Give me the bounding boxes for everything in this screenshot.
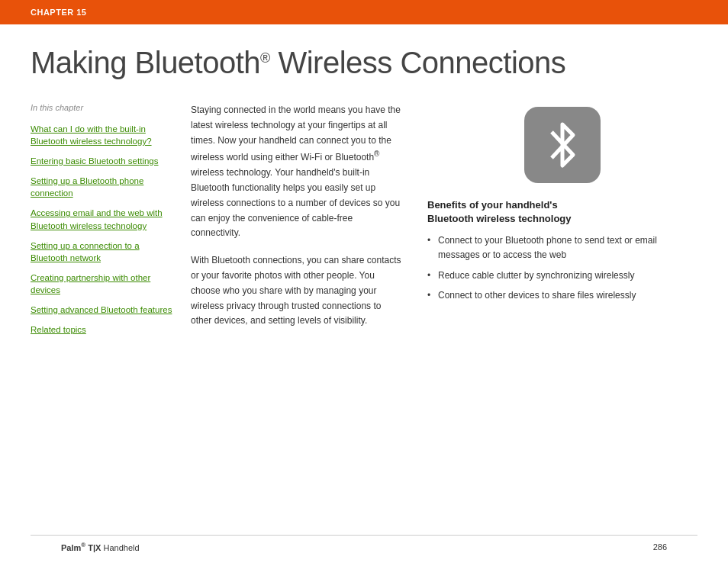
page-title: Making Bluetooth® Wireless Connections (31, 46, 697, 80)
sidebar-link-advanced[interactable]: Setting advanced Bluetooth features (31, 304, 176, 316)
benefits-title: Benefits of your handheld'sBluetooth wir… (427, 198, 697, 226)
body-paragraph-2: With Bluetooth connections, you can shar… (191, 253, 404, 329)
body-paragraph-1: Staying connected in the world means you… (191, 103, 404, 241)
content-area: In this chapter What can I do with the b… (31, 103, 697, 343)
sidebar-link-what-can[interactable]: What can I do with the built-in Bluetoot… (31, 123, 176, 147)
sidebar-link-partnership[interactable]: Creating partnership with other devices (31, 272, 176, 296)
sidebar-heading: In this chapter (31, 103, 176, 112)
sidebar-link-phone[interactable]: Setting up a Bluetooth phone connection (31, 175, 176, 199)
bluetooth-icon (524, 107, 601, 183)
bluetooth-svg (541, 118, 584, 172)
main-content: Making Bluetooth® Wireless Connections I… (0, 46, 728, 359)
sidebar-link-entering[interactable]: Entering basic Bluetooth settings (31, 155, 176, 167)
benefit-item-2: Reduce cable clutter by synchronizing wi… (427, 269, 697, 283)
middle-column: Staying connected in the world means you… (191, 103, 427, 343)
footer: Palm® T|X Handheld 286 (31, 535, 697, 552)
benefit-item-1: Connect to your Bluetooth phone to send … (427, 233, 697, 262)
sidebar-link-related[interactable]: Related topics (31, 323, 176, 336)
chapter-label: CHAPTER 15 (31, 8, 86, 17)
chapter-bar: CHAPTER 15 (0, 0, 728, 24)
footer-page-number: 286 (653, 542, 667, 552)
sidebar-link-network[interactable]: Setting up a connection to a Bluetooth n… (31, 240, 176, 264)
footer-brand: Palm® T|X Handheld (61, 542, 140, 552)
right-column: Benefits of your handheld'sBluetooth wir… (427, 103, 697, 343)
benefits-list: Connect to your Bluetooth phone to send … (427, 233, 697, 302)
bluetooth-icon-container (427, 107, 697, 183)
sidebar-link-email[interactable]: Accessing email and the web with Bluetoo… (31, 207, 176, 231)
sidebar: In this chapter What can I do with the b… (31, 103, 191, 343)
benefit-item-3: Connect to other devices to share files … (427, 288, 697, 303)
